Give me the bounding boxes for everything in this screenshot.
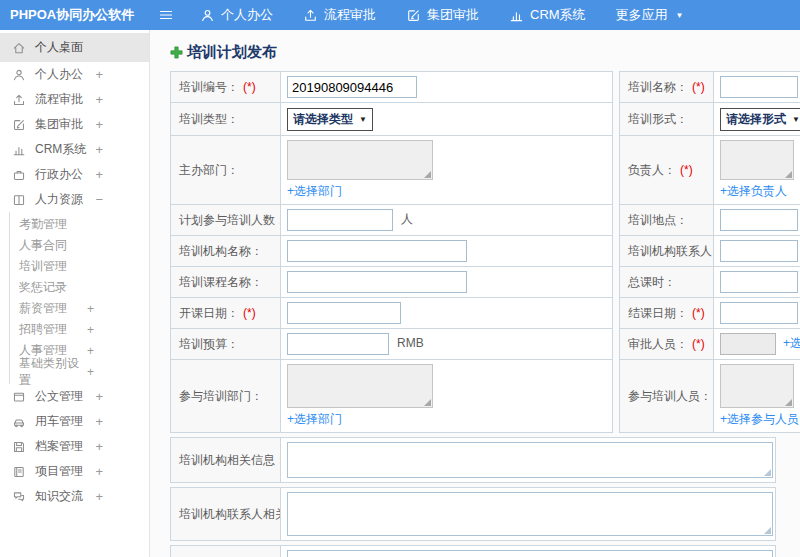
sidebar-subitem-salary[interactable]: 薪资管理+ bbox=[10, 298, 149, 319]
sidebar-item-group-approval[interactable]: 集团审批+ bbox=[0, 112, 149, 137]
approvers-picker-link[interactable]: +选择审批人员 bbox=[783, 336, 800, 350]
nav-item-crm-system[interactable]: CRM系统 bbox=[509, 6, 586, 24]
expand-toggle-icon[interactable]: + bbox=[87, 323, 94, 337]
org-name-input[interactable] bbox=[287, 240, 467, 262]
end-date-input[interactable] bbox=[720, 302, 798, 324]
sidebar-item-vehicle-management[interactable]: 用车管理+ bbox=[0, 409, 149, 434]
course-name-label: 培训课程名称： bbox=[171, 267, 281, 298]
training-requirements-label: 培训要求： bbox=[171, 546, 281, 557]
planned-participants-label: 计划参与培训人数：(*) bbox=[171, 205, 281, 236]
expand-toggle-icon[interactable]: + bbox=[95, 439, 103, 454]
form-row-host-department: 主办部门：+选择部门 bbox=[171, 136, 613, 205]
training-no-input[interactable] bbox=[287, 76, 417, 98]
sidebar-item-label: 集团审批 bbox=[35, 116, 83, 133]
sidebar-subitem-rewards[interactable]: 奖惩记录 bbox=[10, 277, 149, 298]
select-value: 请选择形式 bbox=[726, 111, 786, 128]
form-row-org-contact: 培训机构联系人： bbox=[620, 236, 800, 267]
form-row-training-name: 培训名称：(*) bbox=[620, 72, 800, 103]
person-in-charge-textarea[interactable] bbox=[720, 140, 794, 180]
course-name-value-cell bbox=[281, 267, 613, 298]
resize-handle[interactable] bbox=[785, 171, 792, 178]
org-contact-input[interactable] bbox=[720, 240, 798, 262]
sidebar-item-crm-system[interactable]: CRM系统+ bbox=[0, 137, 149, 162]
field-label-text: 结课日期： bbox=[628, 306, 688, 320]
resize-handle[interactable] bbox=[424, 171, 431, 178]
menu-toggle-icon[interactable] bbox=[158, 7, 174, 23]
sidebar-subitem-recruitment[interactable]: 招聘管理+ bbox=[10, 319, 149, 340]
host-department-textarea[interactable] bbox=[287, 140, 433, 180]
user-icon bbox=[12, 68, 26, 82]
resize-handle[interactable] bbox=[764, 527, 771, 534]
sidebar-item-label: 流程审批 bbox=[35, 91, 83, 108]
resize-handle[interactable] bbox=[764, 469, 771, 476]
location-value-cell bbox=[714, 205, 800, 236]
resize-handle[interactable] bbox=[785, 399, 792, 406]
expand-toggle-icon[interactable]: + bbox=[95, 389, 103, 404]
sidebar-subitem-hr-contract[interactable]: 人事合同 bbox=[10, 235, 149, 256]
expand-toggle-icon[interactable]: + bbox=[95, 67, 103, 82]
org-name-value-cell bbox=[281, 236, 613, 267]
training-no-value-cell bbox=[281, 72, 613, 103]
sidebar-item-knowledge-exchange[interactable]: 知识交流+ bbox=[0, 484, 149, 509]
expand-toggle-icon[interactable]: + bbox=[87, 302, 94, 316]
sidebar-item-archive-management[interactable]: 档案管理+ bbox=[0, 434, 149, 459]
nav-item-group-approval[interactable]: 集团审批 bbox=[406, 6, 479, 24]
expand-toggle-icon[interactable]: + bbox=[95, 167, 103, 182]
training-form-select[interactable]: 请选择形式▼ bbox=[720, 108, 800, 131]
approvers-input[interactable] bbox=[720, 333, 776, 355]
training-requirements-textarea[interactable] bbox=[287, 550, 773, 557]
sidebar-subitem-training[interactable]: 培训管理 bbox=[10, 256, 149, 277]
start-date-input[interactable] bbox=[287, 302, 401, 324]
expand-toggle-icon[interactable]: + bbox=[95, 414, 103, 429]
host-department-picker-link[interactable]: +选择部门 bbox=[287, 183, 342, 200]
expand-toggle-icon[interactable]: − bbox=[95, 192, 103, 207]
sidebar-item-project-management[interactable]: 项目管理+ bbox=[0, 459, 149, 484]
sidebar-subitem-base-category[interactable]: 基础类别设置+ bbox=[10, 361, 149, 382]
training-requirements-value-cell bbox=[281, 546, 776, 557]
planned-participants-input[interactable] bbox=[287, 209, 393, 231]
sidebar-item-personal-desktop[interactable]: 个人桌面 bbox=[0, 33, 149, 62]
sidebar-item-workflow-approval[interactable]: 流程审批+ bbox=[0, 87, 149, 112]
course-name-input[interactable] bbox=[287, 271, 467, 293]
sidebar-subitem-attendance[interactable]: 考勤管理 bbox=[10, 214, 149, 235]
nav-item-personal-office[interactable]: 个人办公 bbox=[200, 6, 273, 24]
expand-toggle-icon[interactable]: + bbox=[95, 92, 103, 107]
training-name-input[interactable] bbox=[720, 76, 798, 98]
org-info-textarea[interactable] bbox=[287, 442, 773, 478]
expand-toggle-icon[interactable]: + bbox=[95, 117, 103, 132]
org-contact-info-value-cell bbox=[281, 488, 776, 541]
page-title-text: 培训计划发布 bbox=[187, 43, 277, 62]
form-bottom-table-training-requirements: 培训要求： bbox=[170, 545, 776, 557]
participants-picker-link[interactable]: +选择参与人员 bbox=[720, 411, 799, 428]
sidebar-item-human-resources[interactable]: 人力资源− bbox=[0, 187, 149, 212]
edit-icon bbox=[406, 8, 421, 23]
archive-icon bbox=[12, 440, 26, 454]
budget-input[interactable] bbox=[287, 333, 389, 355]
training-form-value-cell: 请选择形式▼ bbox=[714, 103, 800, 136]
expand-toggle-icon[interactable]: + bbox=[95, 489, 103, 504]
training-type-select[interactable]: 请选择类型▼ bbox=[287, 108, 373, 131]
participants-textarea[interactable] bbox=[720, 364, 794, 408]
nav-item-workflow-approval[interactable]: 流程审批 bbox=[303, 6, 376, 24]
participating-departments-textarea[interactable] bbox=[287, 364, 433, 408]
location-input[interactable] bbox=[720, 209, 798, 231]
edit-icon bbox=[12, 118, 26, 132]
expand-toggle-icon[interactable]: + bbox=[87, 365, 94, 379]
participating-departments-picker-link[interactable]: +选择部门 bbox=[287, 411, 342, 428]
expand-toggle-icon[interactable]: + bbox=[87, 344, 94, 358]
total-hours-input[interactable] bbox=[720, 271, 798, 293]
expand-toggle-icon[interactable]: + bbox=[95, 142, 103, 157]
person-in-charge-picker-link[interactable]: +选择负责人 bbox=[720, 183, 787, 200]
org-contact-info-textarea[interactable] bbox=[287, 492, 773, 536]
resize-handle[interactable] bbox=[424, 399, 431, 406]
field-label-text: 培训机构联系人： bbox=[628, 244, 714, 258]
sidebar-item-admin-office[interactable]: 行政办公+ bbox=[0, 162, 149, 187]
nav-item-more-apps[interactable]: 更多应用▼ bbox=[616, 6, 684, 24]
expand-toggle-icon[interactable]: + bbox=[95, 464, 103, 479]
field-label-text: 开课日期： bbox=[179, 306, 239, 320]
book-icon bbox=[12, 193, 26, 207]
sidebar-item-personal-office[interactable]: 个人办公+ bbox=[0, 62, 149, 87]
nav-item-label: 更多应用 bbox=[616, 6, 668, 24]
total-hours-label: 总课时： bbox=[620, 267, 714, 298]
home-icon bbox=[12, 41, 26, 55]
